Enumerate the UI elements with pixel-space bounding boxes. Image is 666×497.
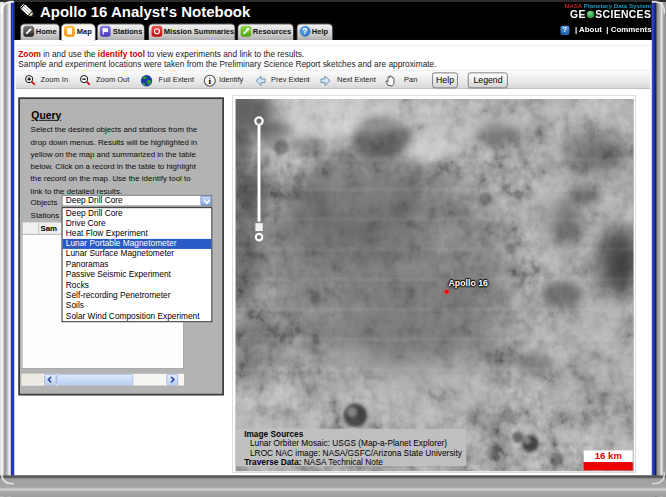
- svg-text:i: i: [208, 76, 211, 86]
